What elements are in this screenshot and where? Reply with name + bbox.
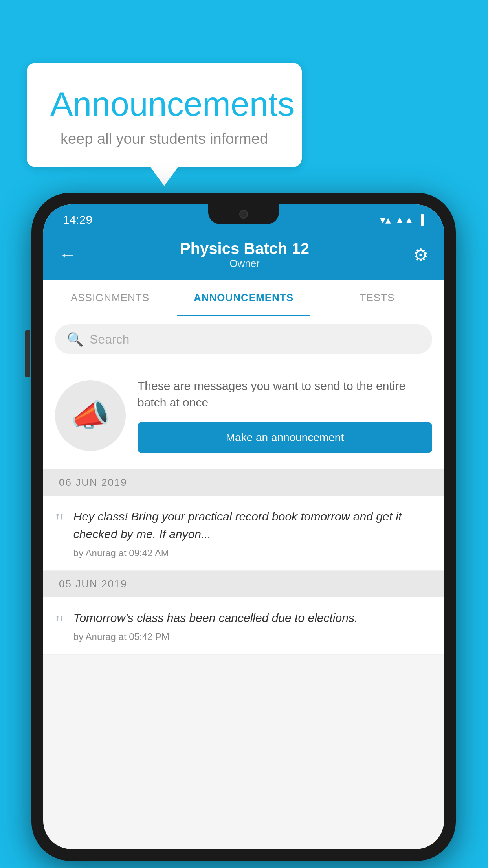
megaphone-icon: 📣 <box>71 397 110 434</box>
announcement-content-2: Tomorrow's class has been cancelled due … <box>73 609 432 642</box>
signal-icon: ▲▲ <box>395 214 414 225</box>
app-header: ← Physics Batch 12 Owner ⚙ <box>43 232 444 280</box>
battery-icon: ▐ <box>418 214 424 225</box>
quote-icon-2: " <box>55 612 64 634</box>
announcement-meta-1: by Anurag at 09:42 AM <box>73 548 432 559</box>
announcement-content-1: Hey class! Bring your practical record b… <box>73 508 432 559</box>
bubble-subtitle: keep all your students informed <box>50 131 278 147</box>
announcement-prompt: 📣 These are messages you want to send to… <box>43 362 444 469</box>
tab-announcements[interactable]: ANNOUNCEMENTS <box>177 280 310 316</box>
search-container: 🔍 Search <box>43 316 444 362</box>
announcement-text-2: Tomorrow's class has been cancelled due … <box>73 609 432 627</box>
prompt-right: These are messages you want to send to t… <box>138 378 432 453</box>
megaphone-circle: 📣 <box>55 380 126 451</box>
date-separator-1: 06 JUN 2019 <box>43 469 444 496</box>
announcement-item-2: " Tomorrow's class has been cancelled du… <box>43 597 444 655</box>
announcement-text-1: Hey class! Bring your practical record b… <box>73 508 432 543</box>
phone-notch <box>208 204 279 224</box>
speech-bubble-container: Announcements keep all your students inf… <box>27 63 302 167</box>
announcement-meta-2: by Anurag at 05:42 PM <box>73 631 432 642</box>
tabs-container: ASSIGNMENTS ANNOUNCEMENTS TESTS <box>43 280 444 316</box>
prompt-description: These are messages you want to send to t… <box>138 378 432 411</box>
status-icons: ▾▴ ▲▲ ▐ <box>380 213 424 226</box>
make-announcement-button[interactable]: Make an announcement <box>138 422 432 453</box>
tab-tests[interactable]: TESTS <box>310 280 444 316</box>
settings-icon[interactable]: ⚙ <box>413 245 428 265</box>
phone-frame-outer: 14:29 ▾▴ ▲▲ ▐ ← Physics Batch 12 Owner ⚙… <box>31 193 456 861</box>
status-time: 14:29 <box>63 213 92 226</box>
speech-bubble: Announcements keep all your students inf… <box>27 63 302 167</box>
search-icon: 🔍 <box>67 331 83 347</box>
date-separator-2: 05 JUN 2019 <box>43 571 444 597</box>
announcement-item-1: " Hey class! Bring your practical record… <box>43 496 444 571</box>
header-center: Physics Batch 12 Owner <box>180 240 309 270</box>
search-input[interactable]: Search <box>90 332 129 347</box>
back-button[interactable]: ← <box>59 245 76 265</box>
bubble-title: Announcements <box>50 85 278 123</box>
phone-screen: 14:29 ▾▴ ▲▲ ▐ ← Physics Batch 12 Owner ⚙… <box>43 204 444 849</box>
search-bar[interactable]: 🔍 Search <box>55 324 432 354</box>
wifi-icon: ▾▴ <box>380 213 391 226</box>
header-title: Physics Batch 12 <box>180 240 309 257</box>
header-subtitle: Owner <box>180 257 309 270</box>
quote-icon-1: " <box>55 511 64 533</box>
tab-assignments[interactable]: ASSIGNMENTS <box>43 280 177 316</box>
camera-dot <box>239 210 248 219</box>
